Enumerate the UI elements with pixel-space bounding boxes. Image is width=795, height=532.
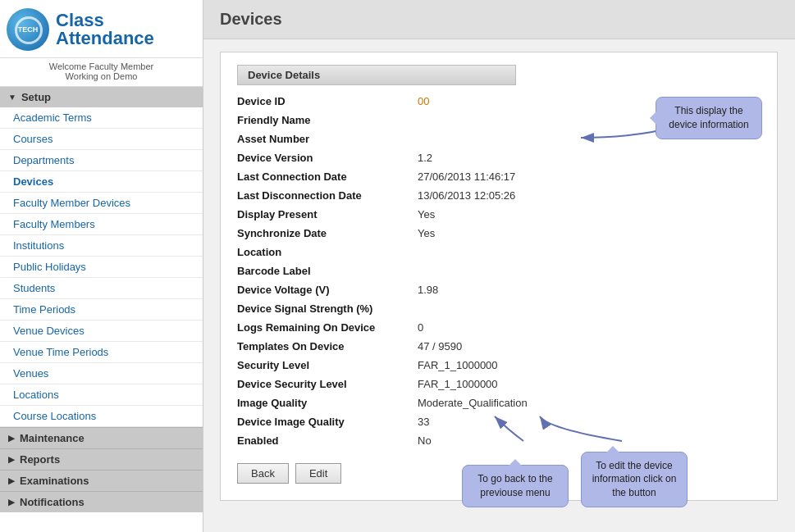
sidebar-item-faculty-member-devices[interactable]: Faculty Member Devices: [0, 193, 203, 214]
edit-button[interactable]: Edit: [295, 463, 341, 484]
sidebar-section-reports[interactable]: ▶ Reports: [0, 448, 203, 470]
detail-label: Friendly Name: [237, 114, 418, 126]
detail-value: Yes: [418, 208, 435, 221]
detail-label: Logs Remaining On Device: [237, 321, 418, 334]
back-button[interactable]: Back: [237, 463, 289, 484]
sidebar-item-academic-terms[interactable]: Academic Terms: [0, 107, 203, 129]
detail-value: 47 / 9590: [418, 340, 462, 352]
detail-row: Synchronize DateYes: [237, 227, 761, 243]
detail-value: 13/06/2013 12:05:26: [418, 189, 515, 202]
setup-label: Setup: [21, 91, 51, 103]
reports-label: Reports: [20, 453, 60, 466]
detail-value: No: [418, 434, 432, 447]
detail-value: 27/06/2013 11:46:17: [418, 171, 515, 183]
sidebar-section-examinations[interactable]: ▶ Examinations: [0, 470, 203, 491]
notifications-arrow-icon: ▶: [8, 498, 15, 507]
detail-label: Device Image Quality: [237, 416, 418, 428]
detail-label: Location: [237, 246, 418, 258]
sidebar-nav: Academic Terms Courses Departments Devic…: [0, 107, 203, 427]
detail-label: Barcode Label: [237, 265, 418, 277]
sidebar-item-institutions[interactable]: Institutions: [0, 235, 203, 257]
tooltip-device-info: This display the device information: [656, 97, 762, 139]
sidebar: TECH Class Attendance Welcome Faculty Me…: [0, 0, 203, 532]
sidebar-item-faculty-members[interactable]: Faculty Members: [0, 214, 203, 235]
detail-label: Device Signal Strength (%): [237, 302, 418, 315]
detail-label: Image Quality: [237, 397, 418, 409]
maintenance-label: Maintenance: [20, 432, 85, 444]
detail-value: FAR_1_1000000: [418, 359, 498, 371]
page-header: Devices: [203, 0, 795, 39]
detail-row: Templates On Device47 / 9590: [237, 340, 761, 357]
device-fields: Device ID00Friendly NameAsset NumberDevi…: [237, 95, 761, 451]
examinations-arrow-icon: ▶: [8, 476, 15, 485]
tooltip-edit: To edit the device information click on …: [581, 452, 688, 507]
tooltip-back-text: To go back to the previouse menu: [477, 473, 552, 498]
sidebar-item-departments[interactable]: Departments: [0, 150, 203, 171]
detail-label: Enabled: [237, 434, 418, 447]
detail-label: Asset Number: [237, 133, 418, 145]
welcome-text: Welcome Faculty Member Working on Demo: [0, 58, 203, 87]
app-title-line2: Attendance: [56, 30, 154, 48]
detail-value: 00: [418, 95, 429, 107]
welcome-line1: Welcome Faculty Member: [0, 61, 203, 71]
setup-arrow-icon: ▼: [8, 93, 16, 102]
page-title: Devices: [220, 10, 779, 29]
sidebar-item-devices[interactable]: Devices: [0, 171, 203, 193]
detail-label: Display Present: [237, 208, 418, 221]
sidebar-header: TECH Class Attendance: [0, 0, 203, 58]
detail-label: Device Voltage (V): [237, 284, 418, 296]
notifications-label: Notifications: [20, 496, 85, 508]
detail-label: Templates On Device: [237, 340, 418, 352]
tooltip-edit-text: To edit the device information click on …: [592, 460, 677, 499]
detail-value: 33: [418, 416, 429, 428]
logo-tech-text: TECH: [18, 25, 39, 34]
tooltip-device-info-text: This display the device information: [669, 105, 748, 130]
main-content: Devices Device Details Device ID00Friend…: [203, 0, 795, 532]
detail-row: Last Connection Date27/06/2013 11:46:17: [237, 171, 761, 187]
detail-value: Moderate_Qualification: [418, 397, 528, 409]
detail-label: Synchronize Date: [237, 227, 418, 239]
detail-label: Last Disconnection Date: [237, 189, 418, 202]
examinations-label: Examinations: [20, 475, 89, 487]
detail-value: 1.2: [418, 152, 432, 164]
content-area: Device Details Device ID00Friendly NameA…: [203, 39, 795, 532]
sidebar-section-setup[interactable]: ▼ Setup: [0, 87, 203, 107]
detail-value: 0: [418, 321, 423, 334]
detail-row: Barcode Label: [237, 265, 761, 281]
sidebar-section-notifications[interactable]: ▶ Notifications: [0, 491, 203, 512]
sidebar-section-maintenance[interactable]: ▶ Maintenance: [0, 427, 203, 448]
detail-row: Display PresentYes: [237, 208, 761, 225]
sidebar-item-locations[interactable]: Locations: [0, 384, 203, 406]
sidebar-item-course-locations[interactable]: Course Locations: [0, 406, 203, 427]
sidebar-item-venue-time-periods[interactable]: Venue Time Periods: [0, 342, 203, 363]
detail-row: Location: [237, 246, 761, 262]
detail-row: Device Signal Strength (%): [237, 302, 761, 319]
app-title-line1: Class: [56, 11, 154, 30]
maintenance-arrow-icon: ▶: [8, 434, 15, 443]
detail-row: Device Voltage (V)1.98: [237, 284, 761, 300]
device-details-header: Device Details: [237, 65, 516, 85]
sidebar-item-venues[interactable]: Venues: [0, 363, 203, 384]
detail-label: Security Level: [237, 359, 418, 371]
detail-label: Device Version: [237, 152, 418, 164]
detail-row: EnabledNo: [237, 434, 761, 451]
detail-value: Yes: [418, 227, 435, 239]
detail-label: Last Connection Date: [237, 171, 418, 183]
sidebar-item-courses[interactable]: Courses: [0, 129, 203, 150]
detail-label: Device ID: [237, 95, 418, 107]
detail-row: Security LevelFAR_1_1000000: [237, 359, 761, 375]
detail-value: FAR_1_1000000: [418, 378, 498, 390]
detail-row: Image QualityModerate_Qualification: [237, 397, 761, 413]
sidebar-item-time-periods[interactable]: Time Periods: [0, 299, 203, 321]
sidebar-item-students[interactable]: Students: [0, 278, 203, 299]
sidebar-item-venue-devices[interactable]: Venue Devices: [0, 321, 203, 342]
sidebar-item-public-holidays[interactable]: Public Holidays: [0, 257, 203, 278]
app-logo: TECH: [7, 8, 49, 51]
tooltip-back: To go back to the previouse menu: [462, 465, 569, 507]
detail-value: 1.98: [418, 284, 438, 296]
reports-arrow-icon: ▶: [8, 455, 15, 464]
detail-row: Device Image Quality33: [237, 416, 761, 432]
detail-row: Device Version1.2: [237, 152, 761, 168]
detail-row: Logs Remaining On Device0: [237, 321, 761, 338]
welcome-line2: Working on Demo: [0, 71, 203, 81]
